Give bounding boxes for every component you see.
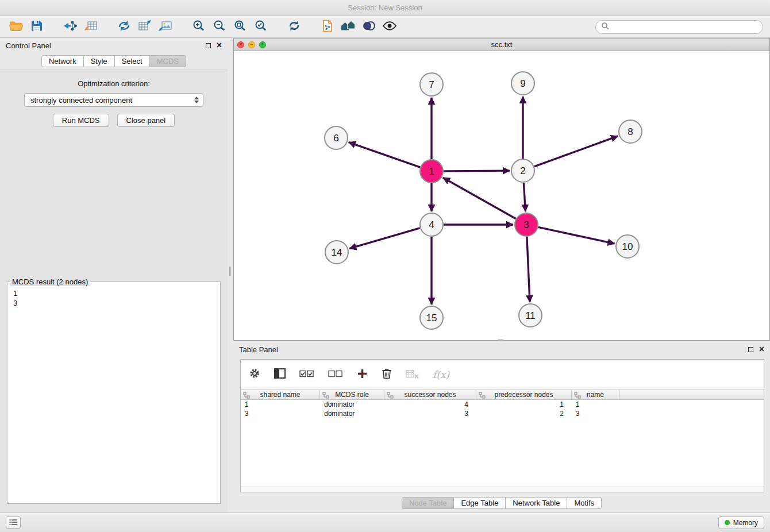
cell-successor-nodes[interactable]: 4 — [384, 400, 476, 409]
import-table-icon — [83, 19, 98, 35]
table-row[interactable]: 3dominator323 — [241, 409, 764, 418]
graph-node-10[interactable]: 10 — [616, 235, 639, 258]
task-history-button[interactable] — [6, 516, 21, 529]
first-neighbors-button[interactable] — [338, 18, 359, 36]
graph-node-9[interactable]: 9 — [511, 72, 534, 95]
column-header-predecessor-nodes[interactable]: predecessor nodes — [476, 390, 572, 399]
column-header-label: shared name — [260, 391, 300, 399]
graph-node-6[interactable]: 6 — [325, 126, 348, 149]
graph-node-4[interactable]: 4 — [420, 213, 443, 236]
graph-edge-3-11[interactable] — [527, 237, 530, 302]
add-column-button[interactable] — [357, 368, 368, 381]
zoom-in-button[interactable] — [188, 18, 209, 36]
zoom-out-button[interactable] — [209, 18, 230, 36]
tab-network[interactable]: Network — [41, 55, 84, 67]
zoom-selected-icon — [254, 19, 268, 35]
cell-predecessor-nodes[interactable]: 2 — [476, 409, 572, 418]
cell-MCDS-role[interactable]: dominator — [320, 400, 384, 409]
export-image-button[interactable] — [155, 18, 176, 36]
network-document-icon — [321, 19, 334, 35]
tab-style[interactable]: Style — [84, 55, 115, 67]
tab-select[interactable]: Select — [115, 55, 150, 67]
graph-edge-1-2[interactable] — [444, 171, 510, 171]
search-field[interactable] — [595, 20, 763, 34]
refresh-view-button[interactable] — [284, 18, 305, 36]
cell-successor-nodes[interactable]: 3 — [384, 409, 476, 418]
run-mcds-button[interactable]: Run MCDS — [53, 114, 109, 127]
table-tab-motifs[interactable]: Motifs — [567, 497, 602, 509]
close-table-panel-icon[interactable]: × — [759, 346, 764, 352]
export-table-button[interactable] — [134, 18, 155, 36]
graph-edge-1-6[interactable] — [349, 142, 421, 168]
attribute-type-icon — [322, 392, 329, 400]
horizontal-scrollbar[interactable] — [241, 487, 764, 492]
tab-mcds[interactable]: MCDS — [150, 55, 186, 67]
import-network-button[interactable] — [60, 18, 80, 36]
close-panel-button[interactable]: Close panel — [117, 114, 175, 127]
apply-style-button[interactable] — [359, 18, 379, 36]
table-tab-network-table[interactable]: Network Table — [506, 497, 567, 509]
cell-shared-name[interactable]: 1 — [241, 400, 320, 409]
graph-node-8[interactable]: 8 — [619, 120, 642, 143]
graph-node-15[interactable]: 15 — [420, 306, 443, 329]
select-all-columns-button[interactable] — [299, 369, 314, 380]
graph-edge-3-1[interactable] — [443, 178, 516, 218]
graph-edge-2-8[interactable] — [534, 136, 618, 167]
table-row[interactable]: 1dominator411 — [241, 400, 764, 409]
column-header-MCDS-role[interactable]: MCDS role — [320, 390, 384, 399]
search-input[interactable] — [613, 22, 757, 31]
cell-shared-name[interactable]: 3 — [241, 409, 320, 418]
save-session-button[interactable] — [26, 18, 47, 36]
graph-edge-4-14[interactable] — [349, 228, 420, 249]
cell-name[interactable]: 3 — [572, 409, 619, 418]
graph-node-14[interactable]: 14 — [325, 241, 348, 264]
svg-text:4: 4 — [429, 219, 434, 230]
mcds-result-lines: 13 — [7, 286, 220, 310]
graph-node-1[interactable]: 1 — [420, 160, 443, 183]
cell-MCDS-role[interactable]: dominator — [320, 409, 384, 418]
network-window-title: scc.txt — [234, 40, 769, 49]
mcds-result-title: MCDS result (2 nodes) — [10, 277, 90, 286]
table-panel: Table Panel × f(x) shared nameMCDS roles… — [233, 342, 770, 512]
optimization-select[interactable]: strongly connected component — [24, 93, 203, 107]
horizontal-splitter[interactable] — [498, 339, 503, 341]
import-table-button[interactable] — [80, 18, 101, 36]
graph-node-3[interactable]: 3 — [515, 213, 538, 236]
table-tab-node-table[interactable]: Node Table — [402, 497, 455, 509]
float-panel-icon[interactable] — [206, 43, 211, 48]
network-graph[interactable]: 7968124314101511 — [234, 51, 769, 340]
close-panel-icon[interactable]: × — [217, 43, 222, 48]
table-panel-header: Table Panel × — [233, 342, 770, 357]
open-session-button[interactable] — [6, 18, 26, 36]
graph-edge-2-3[interactable] — [523, 183, 525, 211]
column-header-label: successor nodes — [404, 391, 456, 399]
graph-node-7[interactable]: 7 — [420, 73, 443, 96]
cell-predecessor-nodes[interactable]: 1 — [476, 400, 572, 409]
control-panel-header: Control Panel × — [0, 38, 228, 53]
memory-button[interactable]: Memory — [718, 516, 764, 529]
cell-name[interactable]: 1 — [572, 400, 619, 409]
network-document-button[interactable] — [317, 18, 338, 36]
graph-node-2[interactable]: 2 — [511, 159, 534, 182]
column-header-name[interactable]: name — [572, 390, 619, 399]
zoom-selected-button[interactable] — [251, 18, 271, 36]
svg-text:11: 11 — [525, 310, 536, 321]
unselect-all-columns-button[interactable] — [328, 369, 343, 380]
svg-text:2: 2 — [520, 165, 525, 176]
show-hide-button[interactable] — [379, 18, 400, 36]
table-tab-edge-table[interactable]: Edge Table — [454, 497, 506, 509]
clone-network-button[interactable] — [114, 18, 134, 36]
column-header-successor-nodes[interactable]: successor nodes — [384, 390, 476, 399]
mcds-result-box: MCDS result (2 nodes) 13 — [7, 277, 221, 504]
graph-edge-3-10[interactable] — [538, 227, 615, 244]
zoom-fit-button[interactable] — [230, 18, 251, 36]
table-settings-button[interactable] — [249, 368, 260, 381]
float-table-panel-icon[interactable] — [748, 347, 753, 352]
vertical-splitter[interactable] — [228, 38, 233, 512]
show-columns-button[interactable] — [274, 368, 286, 381]
delete-column-button[interactable] — [382, 368, 392, 381]
network-view-window: × − + scc.txt 7968124314101511 — [233, 38, 770, 341]
graph-node-11[interactable]: 11 — [519, 304, 542, 327]
column-header-shared-name[interactable]: shared name — [241, 390, 320, 399]
network-canvas[interactable]: 7968124314101511 — [234, 51, 769, 340]
